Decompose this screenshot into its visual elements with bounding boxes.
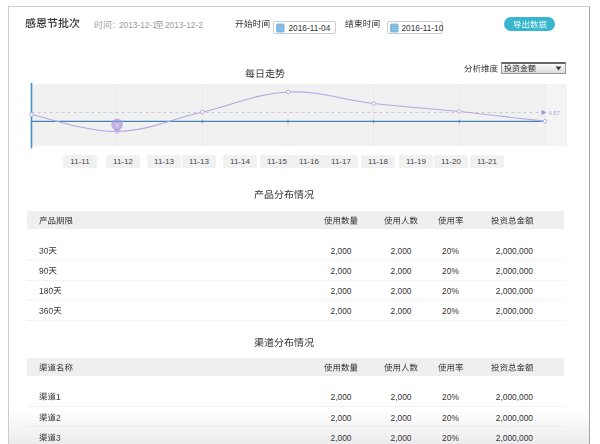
svg-text:4.57: 4.57 bbox=[549, 110, 560, 116]
